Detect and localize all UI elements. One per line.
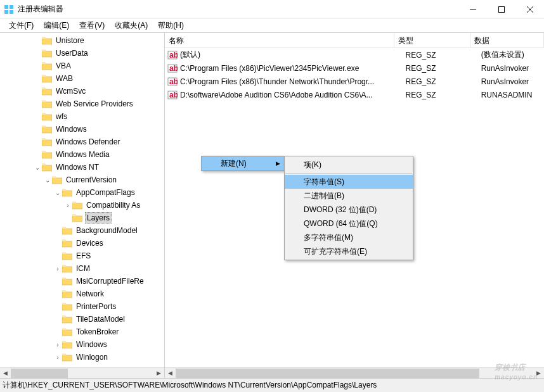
col-data[interactable]: 数据: [470, 33, 544, 47]
tree-item[interactable]: Windows Media: [0, 148, 164, 161]
submenu-binary[interactable]: 二进制值(B): [285, 189, 413, 203]
submenu-expand[interactable]: 可扩充字符串值(E): [285, 244, 413, 258]
tree-item[interactable]: Windows: [0, 123, 164, 136]
tree-pane: UnistoreUserDataVBAWABWcmSvcWeb Service …: [0, 33, 165, 378]
submenu-multi[interactable]: 多字符串值(M): [285, 231, 413, 244]
menu-view[interactable]: 查看(V): [74, 19, 110, 32]
col-type[interactable]: 类型: [394, 33, 470, 47]
menu-fav[interactable]: 收藏夹(A): [110, 19, 153, 32]
tree-item[interactable]: WcmSvc: [0, 85, 164, 98]
maximize-button[interactable]: [487, 0, 515, 19]
svg-rect-5: [498, 6, 504, 12]
context-menu: 新建(N)▶: [201, 156, 285, 171]
tree-item[interactable]: wfs: [0, 110, 164, 123]
tree-item[interactable]: MsiCorruptedFileRe: [0, 275, 164, 288]
tree-item[interactable]: ⌄CurrentVersion: [0, 174, 164, 186]
tree-item[interactable]: BackgroundModel: [0, 224, 164, 237]
value-row[interactable]: ab(默认)REG_SZ(数值未设置): [165, 48, 544, 61]
tree-item[interactable]: Windows Defender: [0, 136, 164, 148]
menu-help[interactable]: 帮助(H): [153, 19, 189, 32]
tree-item[interactable]: TokenBroker: [0, 326, 164, 338]
app-icon: [4, 4, 14, 15]
tree-item[interactable]: EFS: [0, 250, 164, 262]
menu-file[interactable]: 文件(F): [4, 19, 39, 32]
tree-item[interactable]: Layers: [0, 212, 164, 224]
svg-rect-0: [4, 5, 8, 9]
list-hscroll[interactable]: ◀ ▶: [165, 367, 544, 378]
col-name[interactable]: 名称: [165, 33, 394, 47]
value-row[interactable]: abC:\Program Files (x86)\PicViewer\2345P…: [165, 61, 544, 75]
svg-rect-1: [10, 5, 13, 9]
tree-hscroll[interactable]: ◀ ▶: [0, 367, 164, 378]
status-path: 计算机\HKEY_CURRENT_USER\SOFTWARE\Microsoft…: [3, 380, 377, 391]
tree-item[interactable]: ⌄AppCompatFlags: [0, 186, 164, 199]
menubar: 文件(F) 编辑(E) 查看(V) 收藏夹(A) 帮助(H): [0, 19, 544, 33]
tree-item[interactable]: Unistore: [0, 34, 164, 47]
tree-item[interactable]: ›ICM: [0, 262, 164, 275]
value-row[interactable]: abD:\software\Adobe Audition CS6\Adobe A…: [165, 88, 544, 101]
value-row[interactable]: abC:\Program Files (x86)\Thunder Network…: [165, 75, 544, 88]
tree-item[interactable]: Network: [0, 288, 164, 300]
list-header: 名称 类型 数据: [165, 33, 544, 48]
tree-item[interactable]: Devices: [0, 237, 164, 250]
menu-new[interactable]: 新建(N)▶: [202, 156, 284, 170]
submenu-qword[interactable]: QWORD (64 位)值(Q): [285, 217, 413, 231]
tree-item[interactable]: Web Service Providers: [0, 98, 164, 110]
svg-rect-2: [4, 10, 8, 14]
tree-item[interactable]: VBA: [0, 60, 164, 72]
window-title: 注册表编辑器: [18, 4, 458, 15]
tree-item[interactable]: TileDataModel: [0, 313, 164, 326]
tree-item[interactable]: ⌄Windows NT: [0, 161, 164, 174]
svg-rect-3: [10, 10, 13, 14]
minimize-button[interactable]: [458, 0, 487, 19]
tree-item[interactable]: WAB: [0, 72, 164, 85]
titlebar: 注册表编辑器: [0, 0, 544, 19]
svg-text:ab: ab: [169, 51, 178, 60]
close-button[interactable]: [515, 0, 544, 19]
tree-item[interactable]: ›Winlogon: [0, 351, 164, 364]
statusbar: 计算机\HKEY_CURRENT_USER\SOFTWARE\Microsoft…: [0, 378, 544, 392]
tree-item[interactable]: ›Windows: [0, 338, 164, 351]
tree-item[interactable]: UserData: [0, 47, 164, 60]
svg-text:ab: ab: [169, 91, 178, 99]
menu-edit[interactable]: 编辑(E): [39, 19, 74, 32]
submenu-dword[interactable]: DWORD (32 位)值(D): [285, 203, 413, 217]
submenu-string[interactable]: 字符串值(S): [285, 175, 413, 189]
svg-text:ab: ab: [169, 77, 178, 86]
tree-item[interactable]: PrinterPorts: [0, 300, 164, 313]
tree-item[interactable]: ›Compatibility As: [0, 199, 164, 212]
svg-text:ab: ab: [169, 64, 178, 73]
submenu-key[interactable]: 项(K): [285, 158, 413, 172]
submenu-new: 项(K) 字符串值(S) 二进制值(B) DWORD (32 位)值(D) QW…: [284, 156, 413, 260]
